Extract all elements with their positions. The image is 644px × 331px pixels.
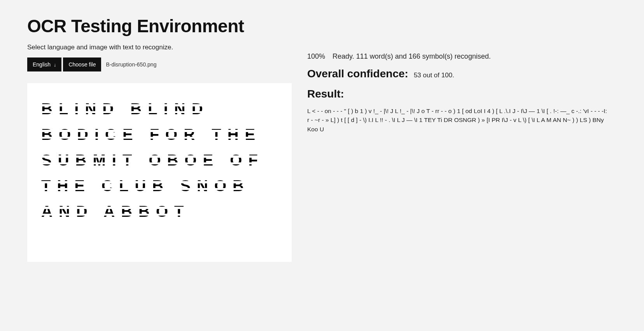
- status-percent: 100%: [307, 52, 325, 60]
- result-label: Result:: [307, 88, 617, 100]
- preview-svg: BLIND BLINDBODICE FOR THESUBMIT OBOE OFT…: [33, 92, 285, 253]
- language-select[interactable]: English ↓: [27, 57, 61, 71]
- choose-file-button[interactable]: Choose file: [63, 57, 101, 71]
- language-select-label: English: [33, 61, 51, 68]
- choose-file-label: Choose file: [68, 61, 96, 68]
- left-column: OCR Testing Environment Select language …: [27, 16, 292, 262]
- controls-row: English ↓ Choose file B-disruption-650.p…: [27, 57, 292, 71]
- image-preview: BLIND BLINDBODICE FOR THESUBMIT OBOE OFT…: [27, 83, 292, 262]
- chevron-down-icon: ↓: [54, 62, 56, 68]
- preview-line: SUBMIT OBOE OF: [41, 152, 264, 169]
- page-subtitle: Select language and image with text to r…: [27, 44, 292, 51]
- status-message: Ready. 111 word(s) and 166 symbol(s) rec…: [332, 52, 491, 60]
- preview-line: BODICE FOR THE: [41, 126, 261, 143]
- page-title: OCR Testing Environment: [27, 16, 292, 37]
- confidence-label: Overall confidence:: [307, 68, 408, 80]
- right-column: 100% Ready. 111 word(s) and 166 symbol(s…: [307, 16, 617, 262]
- preview-line: AND ABBOT: [41, 203, 190, 220]
- result-text: L < - - on - - - " [ ) b 1 ) v !_ - |\! …: [307, 106, 611, 134]
- page-root: OCR Testing Environment Select language …: [0, 0, 644, 277]
- confidence-value: 53 out of 100.: [414, 71, 454, 79]
- preview-line: THE CLUB SNOB: [41, 177, 250, 194]
- preview-line: BLIND BLIND: [41, 100, 209, 117]
- confidence-line: Overall confidence: 53 out of 100.: [307, 68, 617, 80]
- status-line: 100% Ready. 111 word(s) and 166 symbol(s…: [307, 52, 617, 61]
- selected-filename: B-disruption-650.png: [103, 61, 156, 68]
